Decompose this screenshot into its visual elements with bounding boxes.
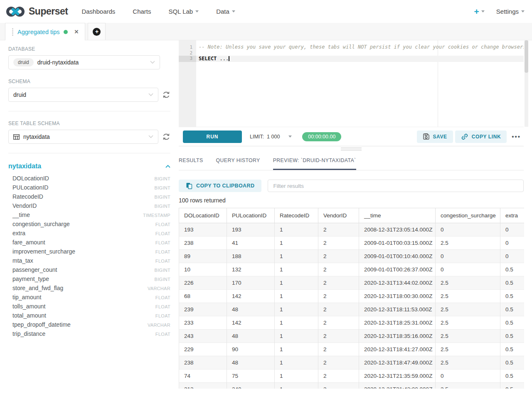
schema-column-row[interactable]: DOLocationID BIGINT [12, 175, 170, 184]
column-name: trip_distance [12, 330, 45, 337]
table-cell: 2.5 [436, 290, 500, 303]
table-body: 193193122008-12-31T23:05:14.000Z00238411… [179, 223, 525, 389]
column-type: BIGINT [155, 176, 170, 181]
table-cell: 48 [227, 303, 275, 316]
table-cell: 132 [227, 263, 275, 276]
schema-column-row[interactable]: passenger_count BIGINT [12, 266, 170, 276]
nav-item[interactable]: Charts [127, 0, 157, 23]
table-cell: 2009-01-01T00:26:37.000Z [359, 263, 436, 276]
limit-dropdown[interactable]: LIMIT: 1 000 [250, 134, 292, 140]
schema-column-row[interactable]: RatecodeID BIGINT [12, 193, 170, 202]
schema-column-row[interactable]: total_amount FLOAT [12, 312, 170, 321]
schema-column-row[interactable]: VendorID BIGINT [12, 202, 170, 212]
table-cell: 1 [275, 263, 318, 276]
editor-line[interactable]: 2 [179, 50, 524, 56]
table-cell: 2 [318, 223, 359, 236]
new-item-menu[interactable]: + [474, 7, 485, 17]
save-button[interactable]: SAVE [417, 131, 453, 143]
table-row: 213240122020-12-31T21:43:00.000Z2.50.5 [179, 383, 525, 389]
schema-column-row[interactable]: fare_amount FLOAT [12, 239, 170, 248]
nav-item[interactable]: Data [210, 0, 241, 23]
column-header[interactable]: congestion_surcharge [436, 208, 500, 223]
table-cell: 240 [227, 383, 275, 389]
column-name: total_amount [12, 312, 46, 319]
more-menu-button[interactable]: ••• [512, 133, 521, 140]
table-row: 68142122020-12-31T18:00:30.000Z2.50.5 [179, 290, 525, 303]
schema-column-row[interactable]: __time TIMESTAMP [12, 212, 170, 221]
schema-column-row[interactable]: tolls_amount FLOAT [12, 303, 170, 312]
column-header[interactable]: DOLocationID [179, 208, 227, 223]
query-tab-aggregated-tips[interactable]: Aggregated tips ✕ [5, 23, 85, 40]
table-cell: 2020-12-31T18:35:16.000Z [359, 330, 436, 343]
schema-column-row[interactable]: store_and_fwd_flag VARCHAR [12, 285, 170, 294]
database-select[interactable]: druid druid-nytaxidata [8, 55, 160, 69]
close-icon[interactable]: ✕ [74, 29, 79, 35]
editor-scrollbar[interactable] [525, 40, 528, 127]
table-row: 233142122020-12-31T18:25:31.000Z2.50.5 [179, 316, 525, 330]
schema-column-row[interactable]: PULocationID BIGINT [12, 184, 170, 193]
nav-item[interactable]: SQL Lab [163, 0, 205, 23]
chevron-down-icon [481, 10, 485, 14]
divider [8, 111, 170, 111]
table-select[interactable]: nytaxidata [8, 130, 158, 144]
column-header[interactable]: RatecodeID [275, 208, 318, 223]
nav-item-label: Charts [133, 8, 151, 15]
chevron-down-icon [195, 10, 199, 14]
copy-to-clipboard-button[interactable]: COPY TO CLIPBOARD [179, 180, 261, 192]
drag-handle-icon[interactable] [12, 28, 14, 36]
add-tab-button[interactable]: + [88, 23, 106, 40]
column-header[interactable]: PULocationID [227, 208, 275, 223]
filter-results-input[interactable] [268, 180, 524, 192]
database-value: druid-nytaxidata [37, 59, 79, 66]
table-cell: 0.5 [500, 263, 525, 276]
schema-column-row[interactable]: tip_amount FLOAT [12, 294, 170, 303]
schema-column-row[interactable]: congestion_surcharge FLOAT [12, 221, 170, 230]
results-tab[interactable]: RESULTS [179, 158, 203, 170]
nav-item[interactable]: Dashboards [76, 0, 121, 23]
refresh-tables-button[interactable] [162, 133, 170, 141]
collapse-table-chevron-up-icon[interactable] [165, 165, 170, 168]
table-cell: 0 [436, 250, 500, 263]
refresh-schemas-button[interactable] [162, 91, 170, 99]
clipboard-icon [186, 182, 192, 189]
column-type: BIGINT [155, 204, 170, 209]
table-cell: 2020-12-31T18:00:30.000Z [359, 290, 436, 303]
column-name: __time [12, 212, 30, 218]
line-number: 2 [179, 50, 196, 56]
table-cell: 74 [179, 369, 227, 383]
column-header[interactable]: extra [500, 208, 525, 223]
results-table-container[interactable]: DOLocationIDPULocationIDRatecodeIDVendor… [179, 208, 524, 389]
schema-column-row[interactable]: mta_tax FLOAT [12, 257, 170, 266]
plus-circle-icon: + [93, 28, 101, 36]
table-icon [13, 134, 20, 140]
schema-sidebar: DATABASE druid druid-nytaxidata SCHEMA d… [0, 40, 179, 399]
table-cell: 2 [318, 290, 359, 303]
run-button[interactable]: RUN [183, 131, 242, 143]
schema-column-row[interactable]: trip_distance FLOAT [12, 330, 170, 340]
column-header[interactable]: __time [359, 208, 436, 223]
copy-link-button[interactable]: COPY LINK [455, 131, 507, 143]
scrollbar-thumb[interactable] [525, 40, 528, 73]
schema-select[interactable]: druid [8, 88, 158, 102]
schema-column-row[interactable]: tpep_dropoff_datetime VARCHAR [12, 321, 170, 330]
results-tab[interactable]: PREVIEW: `DRUID-NYTAXIDATA` [273, 158, 356, 170]
superset-logo[interactable]: Superset [0, 5, 68, 18]
editor-line[interactable]: 1 -- Note: Unless you save your query, t… [179, 44, 524, 50]
schema-column-row[interactable]: improvement_surcharge FLOAT [12, 248, 170, 257]
column-header[interactable]: VendorID [318, 208, 359, 223]
table-name-heading[interactable]: nytaxidata [8, 163, 41, 170]
schema-column-row[interactable]: payment_type BIGINT [12, 276, 170, 285]
brand-name: Superset [29, 6, 68, 17]
table-cell: 75 [227, 369, 275, 383]
header-right: + Settings [474, 7, 532, 17]
chevron-down-icon [150, 61, 155, 64]
table-cell: 239 [179, 303, 227, 316]
sql-editor[interactable]: 1 -- Note: Unless you save your query, t… [179, 40, 524, 127]
column-name: tpep_dropoff_datetime [12, 321, 71, 328]
editor-line[interactable]: 3 SELECT ... [179, 56, 524, 62]
schema-column-row[interactable]: extra FLOAT [12, 230, 170, 239]
settings-menu[interactable]: Settings [496, 8, 525, 15]
table-cell: 2.5 [436, 236, 500, 250]
results-tab[interactable]: QUERY HISTORY [216, 158, 260, 170]
table-cell: 0.5 [500, 290, 525, 303]
